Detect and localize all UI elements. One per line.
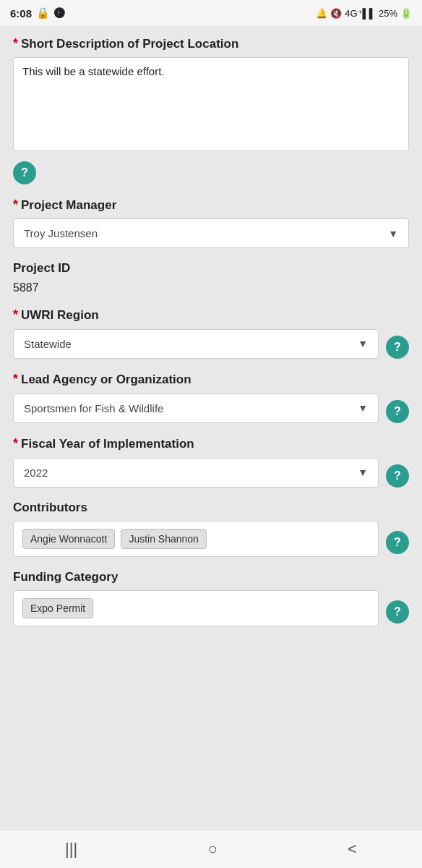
contributors-label: Contributors (13, 501, 409, 515)
home-icon[interactable]: ○ (207, 840, 217, 859)
project-location-input[interactable]: This will be a statewide effort. (13, 57, 409, 151)
lock-icon: 🔒 (36, 7, 50, 20)
uwri-region-section: * UWRI Region Statewide ▼ ? (13, 307, 409, 359)
lead-agency-value: Sportsmen for Fish & Wildlife (24, 402, 163, 414)
contributor-tag-1: Angie Wonnacott (22, 529, 115, 549)
project-manager-label: * Project Manager (13, 197, 409, 213)
uwri-region-value: Statewide (24, 338, 72, 350)
required-star-uwri: * (13, 307, 18, 323)
project-manager-section: * Project Manager Troy Justensen ▼ (13, 197, 409, 248)
project-id-value: 5887 (13, 281, 409, 294)
contributors-help-button[interactable]: ? (386, 531, 409, 554)
funding-category-select-wrapper: Expo Permit ? (13, 590, 409, 626)
fiscal-year-section: * Fiscal Year of Implementation 2022 ▼ ? (13, 436, 409, 488)
chevron-down-icon: ▼ (388, 228, 398, 239)
contributor-tag-2: Justin Shannon (121, 529, 207, 549)
chevron-down-icon-la: ▼ (358, 402, 368, 414)
project-location-label: * Short Description of Project Location (13, 36, 409, 51)
lead-agency-help-button[interactable]: ? (386, 400, 409, 423)
fiscal-year-help-button[interactable]: ? (386, 464, 409, 488)
uwri-region-help-button[interactable]: ? (386, 336, 409, 359)
signal-icon: 4G⁺▌▌ (345, 8, 376, 19)
required-star-fy: * (13, 436, 18, 451)
project-id-label: Project ID (13, 261, 409, 276)
nav-bar: ||| ○ < (0, 830, 422, 868)
funding-category-section: Funding Category Expo Permit ? (13, 570, 409, 626)
project-location-help-button[interactable]: ? (13, 161, 36, 184)
lead-agency-section: * Lead Agency or Organization Sportsmen … (13, 372, 409, 423)
time: 6:08 (10, 7, 32, 20)
fiscal-year-value: 2022 (24, 467, 48, 479)
chevron-down-icon-fy: ▼ (358, 467, 368, 478)
funding-category-help-button[interactable]: ? (386, 600, 409, 624)
required-star-la: * (13, 372, 18, 387)
status-right: 🔔 🔇 4G⁺▌▌ 25% 🔋 (316, 8, 412, 19)
project-manager-select-wrapper: Troy Justensen ▼ (13, 218, 409, 248)
menu-icon[interactable]: ||| (65, 840, 77, 859)
lead-agency-select-wrapper: Sportsmen for Fish & Wildlife ▼ ? (13, 393, 409, 423)
fiscal-year-select[interactable]: 2022 ▼ (13, 458, 379, 488)
contributors-select-wrapper: Angie Wonnacott Justin Shannon ? (13, 521, 409, 557)
alarm-icon: 🔔 (316, 8, 327, 19)
fiscal-year-select-wrapper: 2022 ▼ ? (13, 457, 409, 488)
uwri-region-select[interactable]: Statewide ▼ (13, 329, 379, 359)
funding-category-label: Funding Category (13, 570, 409, 584)
lead-agency-select[interactable]: Sportsmen for Fish & Wildlife ▼ (13, 393, 379, 423)
contributors-section: Contributors Angie Wonnacott Justin Shan… (13, 501, 409, 557)
status-bar: 6:08 🔒 🅕 🔔 🔇 4G⁺▌▌ 25% 🔋 (0, 0, 422, 26)
content-area: * Short Description of Project Location … (0, 26, 422, 654)
project-manager-select[interactable]: Troy Justensen ▼ (13, 218, 409, 248)
back-icon[interactable]: < (348, 840, 357, 859)
required-star: * (13, 36, 18, 51)
uwri-region-select-wrapper: Statewide ▼ ? (13, 328, 409, 359)
funding-tag-1: Expo Permit (22, 598, 93, 618)
status-left: 6:08 🔒 🅕 (10, 7, 65, 20)
battery-bar: 🔋 (400, 8, 412, 19)
project-location-section: * Short Description of Project Location … (13, 36, 409, 184)
required-star-pm: * (13, 197, 18, 213)
facebook-icon: 🅕 (54, 7, 65, 20)
mute-icon: 🔇 (330, 8, 342, 19)
funding-category-box: Expo Permit (13, 590, 379, 626)
fiscal-year-label: * Fiscal Year of Implementation (13, 436, 409, 451)
contributors-box: Angie Wonnacott Justin Shannon (13, 521, 379, 557)
battery-icon: 25% (379, 8, 397, 19)
uwri-region-label: * UWRI Region (13, 307, 409, 323)
project-manager-value: Troy Justensen (24, 227, 98, 239)
project-id-section: Project ID 5887 (13, 261, 409, 294)
lead-agency-label: * Lead Agency or Organization (13, 372, 409, 387)
chevron-down-icon-uwri: ▼ (358, 338, 368, 349)
